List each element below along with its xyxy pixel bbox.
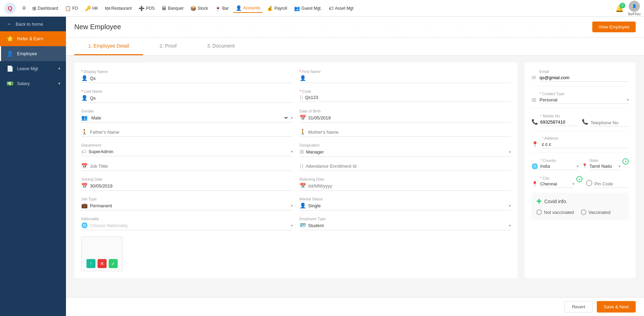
confirm-button[interactable]: ✓ [109,259,118,268]
bottom-bar: Revert Save & Next [66,297,644,316]
designation-icon: ⊞ [300,149,304,155]
gender-field: Gender 👥 Male Female ▾ [81,109,293,123]
notification-bell[interactable]: 🔔 0 [615,4,624,13]
nav-asset-mgt[interactable]: 🏷Asset Mgt [326,4,356,13]
pin-refresh-icon [586,180,592,186]
employee-type-value: Student [308,223,507,228]
app-logo[interactable]: Q [3,2,17,15]
marital-dropdown-arrow: ▾ [509,204,511,208]
gender-select[interactable]: Male Female [90,115,289,121]
code-input[interactable] [305,95,511,100]
not-vaccinated-radio[interactable] [536,209,542,215]
telephone-input[interactable] [591,120,629,127]
nav-banquet[interactable]: 🏛Banquet [159,4,186,13]
vaccinated-option[interactable]: Vaccinated [581,209,610,215]
job-type-value: Permanent [90,203,289,208]
last-name-field: * Last Name 👤 [81,89,293,103]
address-input[interactable] [542,142,629,147]
layout: ← Back to home ⭐ Refer & Earn 👤 Employee… [0,17,644,316]
address-field: 📍 * Address [532,136,629,153]
dob-input[interactable] [308,115,511,120]
top-navigation: Q ≡ ⊞Dashboard 📋FO 🔑HK 🍽Restaurant ➕POS … [0,0,644,17]
form-right-panel: ✉ Email ⊞ * Contact Type [525,63,636,278]
user-menu[interactable]: 👤 Its4You [628,1,641,16]
refer-icon: ⭐ [7,35,14,42]
mother-name-input[interactable] [308,130,511,135]
email-icon: ✉ [532,74,536,81]
row-jobtype-marital: Job Type 💼 Permanent ▾ Marital Status 👤 [81,197,511,210]
nav-dashboard[interactable]: ⊞Dashboard [30,4,61,13]
tab-proof[interactable]: 2. Proof [146,38,191,55]
telephone-icon: 📞 [582,119,588,125]
nav-accounts[interactable]: 👤Accounts [233,4,263,13]
relieving-date-field: Relieving Date 📅 [300,177,511,191]
revert-button[interactable]: Revert [564,301,592,313]
email-field: ✉ Email [532,69,629,86]
tab-document[interactable]: 3. Document [193,38,249,55]
relieving-calendar-icon: 📅 [300,183,306,189]
nav-guest-mgt[interactable]: 👥Guest Mgt. [291,4,325,13]
salary-icon: 💵 [7,80,14,87]
nav-payroll[interactable]: 💰Payroll [264,4,290,13]
sidebar-item-employee[interactable]: 👤 Employee [0,46,66,61]
person-icon-2: 👤 [300,75,306,81]
page-title: New Employee [74,23,121,31]
mother-name-field: 🚶 [300,129,511,137]
add-city-button[interactable]: + [576,176,583,182]
relieving-date-input[interactable] [308,183,511,189]
notification-badge: 0 [620,3,625,8]
mobile-input[interactable] [540,119,578,126]
phone-icon: 📞 [532,119,538,125]
sidebar-item-back-home[interactable]: ← Back to home [0,17,66,31]
joining-date-input[interactable] [90,183,293,189]
designation-dropdown-arrow: ▾ [509,150,511,154]
display-name-input[interactable] [90,76,293,81]
add-state-button[interactable]: + [622,158,629,165]
tab-employee-detail[interactable]: 1. Employee Detail [74,38,143,55]
view-employee-button[interactable]: View Employee [592,22,636,32]
first-name-input[interactable] [308,76,511,81]
user-label: Its4You [628,12,641,16]
state-dropdown-arrow: ▾ [619,164,620,168]
vaccinated-radio[interactable] [581,209,586,215]
nav-stock[interactable]: 📦Stock [187,4,211,13]
photo-upload-box[interactable]: ↑ ✕ ✓ [81,236,123,271]
marital-status-value: Single [308,203,507,208]
pin-code-input[interactable] [594,181,629,188]
country-dropdown-arrow: ▾ [577,164,578,168]
gender-icon: 👥 [81,115,88,121]
state-icon: 📍 [582,163,587,168]
display-name-field: * Display Name 👤 [81,69,293,83]
nav-pos[interactable]: ➕POS [136,4,157,13]
employee-type-field: Employee Type 🪪 Student ▾ [300,217,511,230]
sidebar-item-leave-mgt[interactable]: 📄 Leave Mgt [0,61,66,76]
sidebar-item-salary[interactable]: 💵 Salary [0,76,66,91]
remove-button[interactable]: ✕ [98,259,107,268]
nav-restaurant[interactable]: 🍽Restaurant [102,4,135,13]
city-icon: 📍 [532,181,538,187]
upload-button[interactable]: ↑ [86,259,95,268]
country-state-row: 🌐 * Country India ▾ 📍 [532,158,629,170]
father-name-field: 🚶 [81,129,293,137]
row-name: * Display Name 👤 * First Name 👤 [81,69,511,83]
tabs-container: 1. Employee Detail 2. Proof 3. Document [66,38,644,56]
sidebar-item-refer-earn[interactable]: ⭐ Refer & Earn [0,31,66,46]
email-input[interactable] [540,75,629,80]
row-dept-desig: Department 🏷 SuperAdmin ▾ Designation ⊞ [81,143,511,157]
father-icon: 🚶 [81,129,88,135]
last-name-input[interactable] [90,95,293,101]
nav-fo[interactable]: 📋FO [62,4,81,13]
joining-date-field: Joining Date 📅 [81,177,293,191]
job-title-input[interactable] [90,164,293,169]
save-next-button[interactable]: Save & Next [597,301,636,313]
form-left-panel: * Display Name 👤 * First Name 👤 [74,63,518,278]
not-vaccinated-option[interactable]: Not vaccinated [536,209,574,215]
father-name-input[interactable] [90,130,293,135]
hamburger-menu[interactable]: ≡ [22,5,26,12]
job-title-icon: 📅 [81,163,88,169]
mother-icon: 🚶 [300,129,306,135]
attendance-input[interactable] [306,164,511,169]
nav-bar[interactable]: 🍷Bar [212,4,232,13]
nav-hk[interactable]: 🔑HK [82,4,101,13]
attendance-icon: ⟨⟩ [300,163,304,169]
